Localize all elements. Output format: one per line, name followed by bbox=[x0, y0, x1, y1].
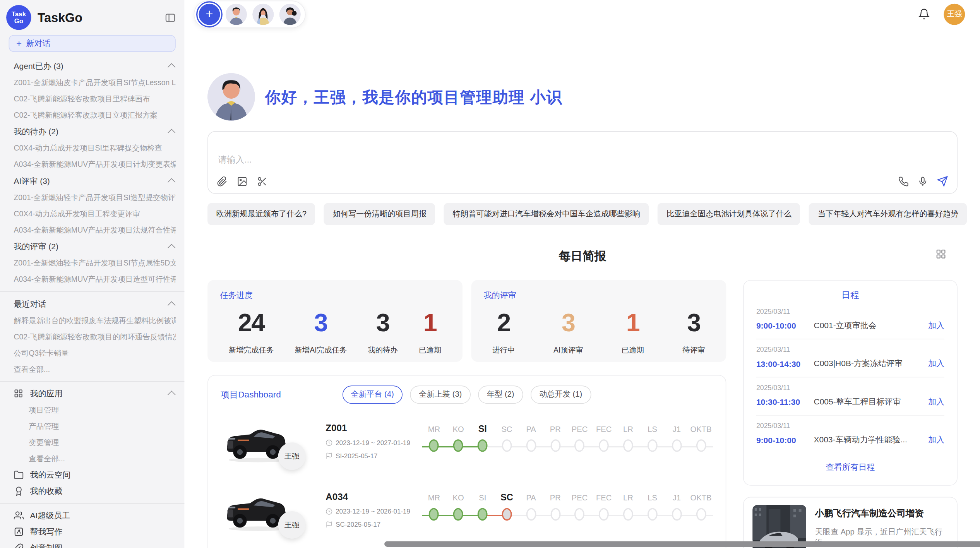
phone-icon[interactable] bbox=[898, 176, 908, 187]
sidebar-item[interactable]: A034-全新新能源MUV产品开发项目造型可行性评审 bbox=[14, 271, 176, 288]
sidebar-section-header[interactable]: 我的待办 (2) bbox=[14, 123, 176, 140]
sidebar-section-header[interactable]: 我的评审 (2) bbox=[14, 238, 176, 255]
stat-value: 3 bbox=[314, 307, 327, 337]
app-item[interactable]: 变更管理 bbox=[14, 434, 176, 450]
recent-conversation-item[interactable]: 解释最新出台的欧盟报废车法规再生塑料比例被调至15%... bbox=[14, 312, 176, 329]
divider bbox=[0, 503, 184, 504]
suggestion-chip[interactable]: 如何写一份清晰的项目周报 bbox=[324, 203, 435, 225]
join-meeting-link[interactable]: 加入 bbox=[928, 434, 944, 445]
app-item[interactable]: 产品管理 bbox=[14, 418, 176, 434]
milestone-label: SC bbox=[501, 423, 512, 434]
milestone-node bbox=[575, 439, 585, 452]
suggestion-chip[interactable]: 特朗普可能对进口汽车增税会对中国车企造成哪些影响 bbox=[444, 203, 649, 225]
sidebar-collapse-icon[interactable] bbox=[164, 11, 177, 24]
milestone-label: SI bbox=[479, 491, 486, 502]
milestone-label: FEC bbox=[596, 491, 612, 502]
milestone: OKTB bbox=[689, 491, 713, 541]
sidebar-section-header[interactable]: AI评审 (3) bbox=[14, 173, 176, 190]
stat-value: 3 bbox=[687, 307, 700, 337]
recent-conversation-item[interactable]: 公司Q3轻卡销量 bbox=[14, 345, 176, 361]
stat-card: 任务进度24新增完成任务3新增AI完成任务3我的待办1已逾期 bbox=[207, 280, 463, 362]
milestone: LR bbox=[616, 423, 641, 473]
divider bbox=[0, 291, 184, 292]
attachment-icon[interactable] bbox=[217, 176, 227, 187]
sidebar-item-creative-drawing[interactable]: 创意制图 bbox=[14, 540, 176, 548]
sidebar-item-my-apps[interactable]: 我的应用 bbox=[14, 385, 176, 402]
schedule-item: 2025/03/11 10:30-11:30 C005-整车工程目标评审 加入 bbox=[756, 377, 944, 416]
milestone-label: KO bbox=[452, 423, 464, 434]
sidebar-item[interactable]: Z001-全新燃油轻卡产品开发项目SI节点属性5D文件评审 bbox=[14, 255, 176, 271]
sidebar-item[interactable]: C0X4-动力总成开发项目工程变更评审 bbox=[14, 206, 176, 222]
sidebar-item[interactable]: C02-飞腾新能源轻客改款项目里程碑画布 bbox=[14, 91, 176, 107]
join-meeting-link[interactable]: 加入 bbox=[928, 396, 944, 408]
new-agent-button[interactable]: + bbox=[199, 3, 220, 25]
dashboard-tab[interactable]: 全新平台 (4) bbox=[342, 385, 403, 404]
milestone-node bbox=[526, 508, 536, 521]
stat-label: 新增完成任务 bbox=[229, 345, 274, 355]
folder-icon bbox=[14, 470, 24, 480]
sidebar-item-ai-super-staff[interactable]: AI超级员工 bbox=[14, 507, 176, 524]
sidebar-item[interactable]: C0X4-动力总成开发项目SI里程碑提交物检查 bbox=[14, 140, 176, 156]
stat: 3新增AI完成任务 bbox=[295, 307, 347, 355]
stat-value: 1 bbox=[626, 307, 639, 337]
agent-avatar-3[interactable] bbox=[279, 3, 301, 25]
new-chat-button[interactable]: + 新对话 bbox=[9, 35, 176, 52]
sidebar-item[interactable]: A034-全新新能源MUV产品开发项目法规符合性评审 bbox=[14, 222, 176, 238]
award-icon bbox=[14, 486, 24, 496]
truck-image bbox=[221, 419, 326, 465]
project-milestone-note: SC-2025-05-17 bbox=[336, 521, 380, 528]
project-milestone-note: SI-2025-05-17 bbox=[336, 452, 377, 459]
join-meeting-link[interactable]: 加入 bbox=[928, 320, 944, 331]
view-all-apps[interactable]: 查看全部... bbox=[14, 450, 176, 467]
recent-conversation-item[interactable]: C02-飞腾新能源轻客改款项目的闭环通告反馈情况 bbox=[14, 329, 176, 345]
horizontal-scrollbar[interactable] bbox=[384, 541, 980, 547]
milestone-node bbox=[599, 508, 609, 521]
sidebar-item-cloud-space[interactable]: 我的云空间 bbox=[14, 467, 176, 483]
sidebar-item-help-me-write[interactable]: 帮我写作 bbox=[14, 524, 176, 540]
sidebar-item[interactable]: C02-飞腾新能源轻客改款项目立项汇报方案 bbox=[14, 107, 176, 123]
app-item[interactable]: 项目管理 bbox=[14, 402, 176, 418]
join-meeting-link[interactable]: 加入 bbox=[928, 358, 944, 369]
chat-input[interactable]: 请输入... bbox=[207, 131, 958, 194]
send-icon[interactable] bbox=[937, 176, 948, 187]
dashboard-tab[interactable]: 动总开发 (1) bbox=[531, 385, 591, 404]
agent-avatar-1[interactable] bbox=[226, 3, 247, 25]
suggestion-chip[interactable]: 比亚迪全固态电池计划具体说了什么 bbox=[658, 203, 800, 225]
sidebar-section-header[interactable]: Agent已办 (3) bbox=[14, 58, 176, 75]
news-card[interactable]: 小鹏飞行汽车制造公司增资 天眼查 App 显示，近日广州汇天飞行汽... bbox=[743, 497, 958, 548]
milestone-label: SI bbox=[478, 423, 487, 434]
view-all-conversations[interactable]: 查看全部... bbox=[14, 361, 176, 377]
dashboard-tab[interactable]: 年型 (2) bbox=[478, 385, 523, 404]
suggestion-chip[interactable]: 当下年轻人对汽车外观有怎样的喜好趋势 bbox=[809, 203, 967, 225]
project-name: Z001 bbox=[326, 423, 419, 433]
milestone-node bbox=[550, 439, 560, 452]
stat-card-title: 任务进度 bbox=[220, 290, 450, 301]
sidebar-section-recent[interactable]: 最近对话 bbox=[14, 296, 176, 313]
milestone-track: MRKOSISCPAPRPECFECLRLSJ1OKTB bbox=[422, 488, 713, 541]
milestone-node bbox=[502, 439, 512, 452]
layout-grid-icon[interactable] bbox=[935, 249, 946, 259]
mic-icon[interactable] bbox=[918, 176, 928, 187]
dashboard-tab[interactable]: 全新上装 (3) bbox=[410, 385, 471, 404]
suggestion-chip[interactable]: 欧洲新规最近颁布了什么? bbox=[207, 203, 315, 225]
divider bbox=[0, 381, 184, 382]
project-row[interactable]: 王强 A034 2023-12-19 ~ 2026-01-19 SC-2025-… bbox=[221, 488, 713, 541]
milestone: MR bbox=[422, 423, 446, 473]
user-avatar[interactable]: 王强 bbox=[944, 3, 965, 25]
image-icon[interactable] bbox=[237, 176, 247, 187]
sidebar-item[interactable]: Z001-全新燃油皮卡产品开发项目SI节点Lesson Learn报告 bbox=[14, 74, 176, 91]
scissors-icon[interactable] bbox=[257, 176, 267, 187]
sidebar-item-favorites[interactable]: 我的收藏 bbox=[14, 483, 176, 499]
stat: 1已逾期 bbox=[622, 307, 644, 355]
schedule-date: 2025/03/11 bbox=[756, 307, 944, 315]
dashboard-tabs: 全新平台 (4)全新上装 (3)年型 (2)动总开发 (1) bbox=[342, 385, 591, 404]
view-all-schedules-link[interactable]: 查看所有日程 bbox=[822, 461, 878, 474]
sidebar-item[interactable]: Z001-全新燃油轻卡产品开发项目SI造型提交物评审 bbox=[14, 189, 176, 206]
project-row[interactable]: 王强 Z001 2023-12-19 ~ 2027-01-19 SI-2025-… bbox=[221, 419, 713, 473]
flag-icon bbox=[326, 452, 332, 459]
sidebar-item[interactable]: A034-全新新能源MUV产品开发项目计划变更表编写 bbox=[14, 156, 176, 173]
agent-avatar-2[interactable] bbox=[252, 3, 274, 25]
milestone-label: OKTB bbox=[690, 491, 712, 502]
notification-bell-icon[interactable] bbox=[918, 8, 930, 20]
users-icon bbox=[14, 510, 24, 521]
